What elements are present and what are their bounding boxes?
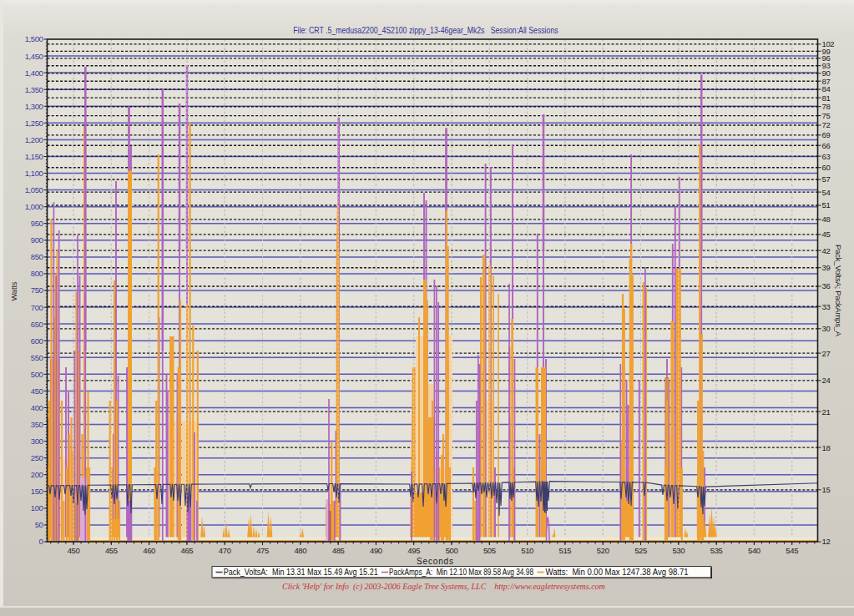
svg-text:400: 400: [31, 403, 43, 412]
svg-text:0: 0: [39, 537, 43, 546]
svg-text:1,400: 1,400: [25, 68, 43, 78]
svg-text:File: CRT .5_medusa2200_4S2100: File: CRT .5_medusa2200_4S2100 zippy_13-…: [293, 26, 558, 35]
svg-text:495: 495: [407, 546, 420, 555]
svg-text:490: 490: [370, 546, 382, 555]
svg-text:1,450: 1,450: [25, 52, 43, 61]
svg-text:550: 550: [31, 353, 43, 362]
svg-text:15: 15: [822, 485, 831, 494]
svg-text:500: 500: [31, 370, 43, 379]
svg-text:Seconds: Seconds: [417, 557, 453, 566]
svg-text:1,250: 1,250: [25, 119, 43, 128]
svg-text:21: 21: [822, 407, 831, 417]
svg-text:470: 470: [219, 546, 231, 555]
svg-text:57: 57: [822, 174, 831, 184]
svg-text:485: 485: [332, 546, 345, 555]
svg-text:42: 42: [822, 246, 831, 255]
svg-text:Pack_VoltsA: Min 13.31 Max 15: Pack_VoltsA: Min 13.31 Max 15.49 Avg 15.…: [224, 567, 378, 577]
svg-text:850: 850: [31, 252, 43, 261]
svg-text:800: 800: [31, 269, 43, 278]
svg-text:530: 530: [672, 546, 685, 555]
svg-text:72: 72: [822, 120, 831, 129]
svg-text:350: 350: [31, 420, 43, 429]
svg-text:1,200: 1,200: [25, 135, 43, 144]
svg-text:36: 36: [822, 281, 831, 290]
svg-text:60: 60: [822, 163, 831, 172]
svg-text:300: 300: [31, 437, 43, 446]
svg-text:Click 'Help' for Info (c) 200: Click 'Help' for Info (c) 2003-2006 Eagl…: [282, 582, 605, 592]
svg-text:500: 500: [446, 546, 458, 555]
svg-text:100: 100: [31, 503, 43, 512]
svg-text:1,300: 1,300: [25, 102, 43, 111]
svg-text:450: 450: [31, 386, 43, 396]
svg-text:480: 480: [294, 546, 306, 555]
svg-text:75: 75: [822, 111, 831, 120]
svg-text:505: 505: [483, 546, 496, 555]
svg-text:39: 39: [822, 263, 831, 272]
svg-text:PackAmps_A: Min 12.10 Max 89.: PackAmps_A: Min 12.10 Max 89.58 Avg 34.9…: [389, 567, 533, 577]
svg-text:12: 12: [822, 537, 831, 546]
svg-text:1,000: 1,000: [25, 202, 43, 211]
svg-text:950: 950: [31, 219, 43, 228]
svg-text:525: 525: [634, 546, 647, 555]
svg-text:81: 81: [822, 93, 831, 103]
svg-text:50: 50: [35, 520, 43, 529]
svg-text:51: 51: [822, 200, 831, 210]
svg-text:84: 84: [822, 84, 831, 93]
svg-text:78: 78: [822, 102, 831, 111]
svg-text:150: 150: [31, 487, 43, 496]
svg-text:510: 510: [521, 546, 533, 555]
svg-text:900: 900: [31, 235, 43, 245]
svg-text:520: 520: [597, 546, 609, 555]
svg-text:48: 48: [822, 215, 831, 224]
svg-text:545: 545: [786, 546, 798, 555]
svg-text:540: 540: [748, 546, 761, 555]
svg-text:200: 200: [31, 470, 43, 479]
svg-text:54: 54: [822, 188, 831, 197]
svg-text:455: 455: [105, 546, 118, 555]
svg-text:27: 27: [822, 349, 831, 358]
svg-text:1,050: 1,050: [25, 185, 43, 194]
svg-text:1,350: 1,350: [25, 85, 43, 94]
svg-text:535: 535: [710, 546, 723, 555]
svg-text:250: 250: [31, 453, 43, 462]
svg-text:450: 450: [68, 546, 80, 555]
svg-text:63: 63: [822, 152, 831, 161]
svg-text:18: 18: [822, 443, 831, 452]
svg-text:69: 69: [822, 130, 831, 139]
svg-text:24: 24: [822, 376, 831, 385]
svg-text:1,150: 1,150: [25, 152, 43, 161]
svg-text:460: 460: [143, 546, 155, 555]
svg-text:515: 515: [559, 546, 572, 555]
svg-text:Watts: Watts: [9, 281, 18, 300]
svg-text:1,500: 1,500: [25, 34, 43, 43]
svg-text:700: 700: [31, 303, 43, 312]
svg-text:650: 650: [31, 320, 43, 329]
svg-text:Pack_VoltsA; PackAmps_A: Pack_VoltsA; PackAmps_A: [834, 245, 843, 337]
svg-text:45: 45: [822, 230, 831, 239]
svg-text:102: 102: [822, 39, 835, 48]
svg-text:1,100: 1,100: [25, 169, 43, 178]
svg-text:600: 600: [31, 336, 43, 346]
svg-text:750: 750: [31, 285, 43, 295]
svg-text:87: 87: [822, 77, 831, 86]
svg-text:30: 30: [822, 324, 831, 333]
svg-text:33: 33: [822, 302, 831, 311]
svg-text:66: 66: [822, 141, 831, 150]
svg-text:Watts: Min 0.00 Max 1247.38 A: Watts: Min 0.00 Max 1247.38 Avg 98.71: [546, 567, 689, 577]
svg-text:475: 475: [256, 546, 269, 555]
svg-text:465: 465: [181, 546, 194, 555]
